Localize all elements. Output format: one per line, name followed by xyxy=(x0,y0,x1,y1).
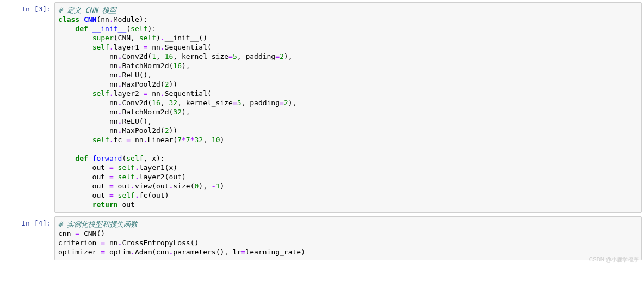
code-content[interactable]: # 实例化模型和损失函数 cnn = CNN() criterion = nn.… xyxy=(58,220,638,257)
code-input-area[interactable]: # 实例化模型和损失函数 cnn = CNN() criterion = nn.… xyxy=(54,216,642,260)
code-cell: In [3]:# 定义 CNN 模型 class CNN(nn.Module):… xyxy=(2,2,642,213)
code-cell: In [4]:# 实例化模型和损失函数 cnn = CNN() criterio… xyxy=(2,216,642,260)
input-prompt: In [3]: xyxy=(2,2,54,213)
code-input-area[interactable]: # 定义 CNN 模型 class CNN(nn.Module): def __… xyxy=(54,2,642,213)
input-prompt: In [4]: xyxy=(2,216,54,260)
code-content[interactable]: # 定义 CNN 模型 class CNN(nn.Module): def __… xyxy=(58,5,638,209)
watermark: CSDN @小鹿学程序 xyxy=(589,256,639,264)
